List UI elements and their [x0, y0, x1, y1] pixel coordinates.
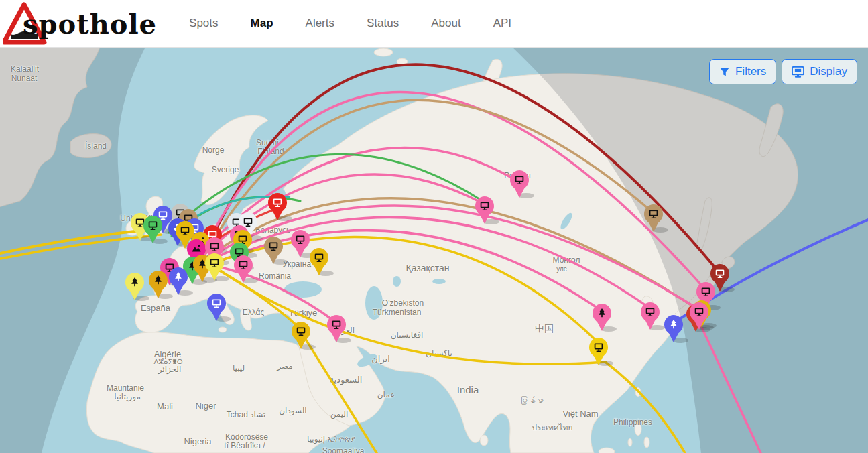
map-marker-monitor[interactable] — [291, 321, 318, 350]
map-marker-monitor[interactable] — [267, 192, 294, 222]
filters-button-label: Filters — [735, 65, 766, 78]
map-marker-monitor[interactable] — [309, 247, 336, 277]
map-marker-monitor[interactable] — [643, 204, 670, 233]
map-marker-monitor[interactable] — [689, 302, 716, 331]
brand-name: spothole — [23, 8, 157, 40]
nav-item-api[interactable]: API — [493, 17, 511, 30]
nav-item-status[interactable]: Status — [367, 17, 399, 30]
display-monitor-icon — [792, 66, 804, 78]
display-button[interactable]: Display — [782, 59, 857, 84]
map-marker-monitor[interactable] — [233, 255, 260, 284]
map-marker-tree[interactable] — [168, 267, 195, 296]
map-marker-monitor[interactable] — [143, 215, 170, 245]
nav-item-spots[interactable]: Spots — [189, 17, 218, 30]
map-marker-tree[interactable] — [592, 303, 619, 332]
map-marker-monitor[interactable] — [640, 302, 667, 331]
nav-item-about[interactable]: About — [431, 17, 460, 30]
nav-item-alerts[interactable]: Alerts — [306, 17, 334, 30]
map-marker-monitor[interactable] — [206, 293, 233, 322]
filters-button[interactable]: Filters — [709, 59, 776, 84]
map-marker-tree[interactable] — [125, 272, 151, 302]
brand-logo[interactable]: spothole — [3, 0, 157, 47]
map-marker-monitor[interactable] — [475, 196, 501, 225]
map-marker-monitor[interactable] — [204, 253, 231, 282]
map-marker-monitor[interactable] — [263, 236, 290, 265]
display-button-label: Display — [810, 65, 847, 78]
map-canvas[interactable]: KalaallitNunaatÍslandNorgeSuomiFinlandSv… — [0, 47, 868, 453]
top-navbar: spothole SpotsMapAlertsStatusAboutAPI — [0, 0, 868, 48]
main-nav: SpotsMapAlertsStatusAboutAPI — [189, 17, 511, 30]
filter-funnel-icon — [719, 67, 730, 77]
map-marker-monitor[interactable] — [588, 337, 615, 367]
map-markers — [0, 47, 868, 453]
map-marker-monitor[interactable] — [326, 314, 353, 344]
map-marker-monitor[interactable] — [509, 170, 536, 199]
nav-item-map[interactable]: Map — [251, 17, 273, 30]
